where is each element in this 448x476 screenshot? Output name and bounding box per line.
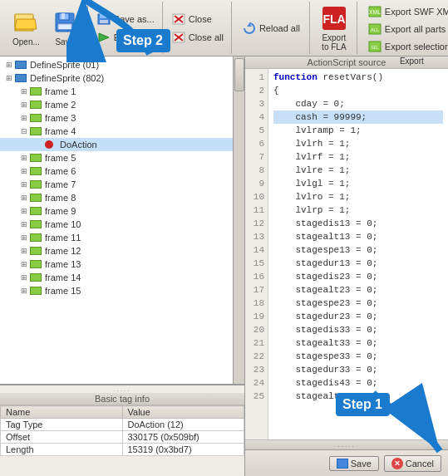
save-btn-label: Save: [351, 459, 372, 469]
frame-label: frame 6: [45, 166, 76, 176]
expand-icon: ⊞: [18, 220, 30, 228]
tree-item-doaction[interactable]: DoAction: [0, 138, 244, 151]
tree-content: ⊞ DefineSprite (01) ⊞ DefineSprite (802)…: [0, 56, 244, 299]
export-selection-icon: SEL: [368, 40, 382, 53]
svg-marker-12: [99, 33, 109, 42]
svg-text:FLA: FLA: [322, 12, 345, 26]
code-line: stagealt33 = 0;: [273, 336, 443, 350]
list-item[interactable]: ⊞ frame 1: [0, 85, 244, 98]
list-item[interactable]: ⊞ frame 11: [0, 231, 244, 244]
expand-icon: ⊞: [18, 87, 30, 96]
list-item[interactable]: ⊟ frame 4: [0, 125, 244, 138]
expand-icon: ⊞: [18, 154, 30, 162]
code-line: stagespe23 = 0;: [273, 297, 443, 310]
frame-label: frame 1: [45, 86, 76, 96]
code-line: stagedis33 = 0;: [273, 323, 443, 336]
list-item[interactable]: ⊞ frame 5: [0, 151, 244, 164]
export-swf-xml-icon: XML: [368, 5, 382, 18]
saveas-label: Save as...: [114, 14, 155, 24]
close-group: Close Close all: [165, 2, 232, 54]
frame-label: frame 2: [45, 100, 76, 110]
close-button[interactable]: Close: [168, 11, 228, 27]
svg-rect-8: [59, 25, 71, 29]
expand-icon: ⊞: [18, 247, 30, 255]
tree-scrollbar[interactable]: [233, 56, 244, 384]
export-all-parts-icon: ALL: [368, 22, 382, 36]
code-line: lvlrh = 1;: [273, 137, 443, 150]
execute-button[interactable]: Exe...: [93, 29, 159, 46]
code-line: lvlre = 1;: [273, 164, 443, 177]
doaction-label: DoAction: [60, 140, 97, 150]
export-fla-group: FLA Exportto FLA: [312, 2, 357, 54]
closeall-label: Close all: [189, 32, 224, 42]
scrollbar-thumb[interactable]: [234, 58, 244, 91]
expand-icon: ⊞: [18, 180, 30, 189]
doaction-icon: [45, 140, 58, 150]
code-line: lvlrp = 1;: [273, 204, 443, 217]
code-lines[interactable]: function resetVars() { cday = 0; cash = …: [268, 69, 448, 439]
source-cancel-button[interactable]: ✕ Cancel: [384, 455, 441, 472]
cancel-icon: ✕: [391, 458, 403, 469]
close-icon: [172, 12, 185, 26]
frame-icon: [30, 100, 43, 110]
export-all-parts-button[interactable]: ALL Export all parts: [364, 21, 448, 37]
left-panel: ⊞ DefineSprite (01) ⊞ DefineSprite (802)…: [0, 56, 245, 476]
frame-icon: [30, 272, 43, 282]
save-label: Save: [55, 37, 74, 47]
frame-label: frame 13: [45, 259, 81, 269]
length-value: 15319 (0x3bd7): [122, 444, 244, 456]
list-item[interactable]: ⊞ frame 15: [0, 284, 244, 297]
export-swf-xml-button[interactable]: XML Export SWF XML: [364, 3, 448, 20]
frame-icon: [30, 126, 43, 136]
save-button[interactable]: Save: [47, 7, 82, 49]
list-item[interactable]: ⊞ frame 8: [0, 191, 244, 204]
closeall-button[interactable]: Close all: [168, 29, 228, 46]
list-item[interactable]: ⊞ frame 7: [0, 178, 244, 191]
export-selection-button[interactable]: SEL Export selection: [364, 38, 448, 55]
frame-icon: [30, 166, 43, 176]
saveas-button[interactable]: Save as...: [93, 11, 159, 27]
expand-icon: ⊞: [3, 74, 15, 82]
reloadall-button[interactable]: Reload all: [239, 20, 304, 37]
svg-text:SEL: SEL: [371, 45, 379, 50]
list-item[interactable]: ⊞ frame 2: [0, 98, 244, 111]
svg-rect-6: [62, 13, 65, 19]
list-item[interactable]: ⊞ frame 13: [0, 258, 244, 271]
code-line: stagealt43 = 0;: [273, 390, 443, 403]
list-item[interactable]: ⊞ frame 3: [0, 111, 244, 125]
list-item[interactable]: ⊞ frame 14: [0, 271, 244, 284]
tree-item-sprite02[interactable]: ⊞ DefineSprite (802): [0, 71, 244, 85]
export-fla-button[interactable]: FLA Exportto FLA: [317, 2, 352, 54]
frame-icon: [30, 286, 43, 296]
frame-label: frame 5: [45, 153, 76, 163]
info-table: Name Value Tag Type DoAction (12) Offset…: [0, 405, 244, 456]
code-line: lvlgl = 1;: [273, 177, 443, 190]
expand-icon: ⊞: [18, 287, 30, 295]
source-save-button[interactable]: Save: [329, 456, 379, 471]
svg-text:XML: XML: [369, 9, 382, 15]
frame-label: frame 9: [45, 206, 76, 216]
list-item[interactable]: ⊞ frame 6: [0, 164, 244, 178]
reload-group: Reload all: [234, 2, 310, 54]
expand-icon: [33, 140, 45, 149]
code-line: cday = 0;: [273, 97, 443, 110]
tree-item-sprite01[interactable]: ⊞ DefineSprite (01): [0, 58, 244, 71]
save-icon: [337, 459, 348, 469]
list-item[interactable]: ⊞ frame 9: [0, 204, 244, 218]
export-all-parts-label: Export all parts: [385, 24, 446, 34]
source-content: 1 2 3 4 5 6 7 8 9 10 11 12 13 14 15 16 1: [245, 69, 448, 439]
expand-icon: ⊞: [18, 207, 30, 215]
line-numbers: 1 2 3 4 5 6 7 8 9 10 11 12 13 14 15 16 1: [245, 69, 268, 439]
reloadall-label: Reload all: [259, 23, 300, 33]
reload-icon: [243, 22, 256, 35]
code-line: stagedur33 = 0;: [273, 363, 443, 376]
tag-type-value: DoAction (12): [122, 419, 244, 431]
open-button[interactable]: Open...: [8, 7, 44, 49]
open-label: Open...: [12, 37, 40, 47]
frame-label: frame 14: [45, 272, 81, 282]
closeall-icon: [172, 31, 185, 44]
list-item[interactable]: ⊞ frame 10: [0, 218, 244, 231]
export-fla-label: Exportto FLA: [322, 33, 346, 52]
sprite-icon: [15, 60, 28, 70]
list-item[interactable]: ⊞ frame 12: [0, 244, 244, 258]
